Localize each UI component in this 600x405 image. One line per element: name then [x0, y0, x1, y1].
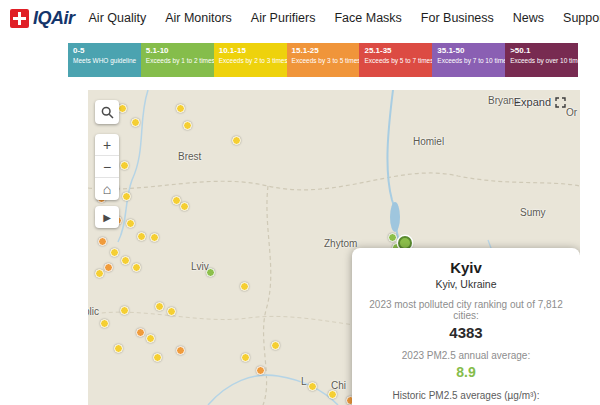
map-marker[interactable]	[98, 237, 107, 246]
average-label: 2023 PM2.5 annual average:	[360, 350, 572, 361]
legend-description: Exceeds by 1 to 2 times	[146, 57, 209, 64]
legend-description: Meets WHO guideline	[73, 57, 136, 64]
city-info-card: Kyiv Kyiv, Ukraine 2023 most polluted ci…	[352, 248, 580, 405]
nav-item-air-purifiers[interactable]: Air Purifiers	[251, 11, 316, 25]
legend-segment: 35.1-50Exceeds by 7 to 10 times	[432, 43, 505, 77]
map-marker[interactable]	[328, 390, 337, 399]
legend-segment: 5.1-10Exceeds by 1 to 2 times	[141, 43, 214, 77]
nav-item-face-masks[interactable]: Face Masks	[334, 11, 401, 25]
legend-segment: 10.1-15Exceeds by 2 to 3 times	[214, 43, 287, 77]
map-expand-button[interactable]: Expand	[514, 96, 566, 108]
legend-description: Exceeds by 5 to 7 times	[364, 57, 427, 64]
nav-item-air-monitors[interactable]: Air Monitors	[165, 11, 232, 25]
map-search-button[interactable]	[95, 100, 119, 124]
map-marker[interactable]	[150, 233, 159, 242]
map-marker[interactable]	[110, 248, 119, 257]
top-nav-bar: IQAir Air QualityAir MonitorsAir Purifie…	[0, 0, 600, 36]
map-marker[interactable]	[176, 346, 185, 355]
ranking-label: 2023 most polluted city ranking out of 7…	[360, 299, 572, 321]
city-name: Kyiv	[360, 259, 572, 276]
legend-range: 5.1-10	[146, 46, 209, 55]
map-marker[interactable]	[232, 136, 241, 145]
map-marker[interactable]	[120, 306, 129, 315]
map-marker[interactable]	[131, 118, 140, 127]
map-marker[interactable]	[114, 344, 123, 353]
ranking-value: 4383	[360, 324, 572, 341]
legend-description: Exceeds by 2 to 3 times	[219, 57, 282, 64]
iqair-logo-text: IQAir	[33, 8, 75, 29]
map-marker[interactable]	[256, 366, 265, 375]
map-marker[interactable]	[183, 121, 192, 130]
nav-item-air-quality[interactable]: Air Quality	[89, 11, 147, 25]
historic-label: Historic PM2.5 averages (µg/m³):	[360, 390, 572, 401]
legend-segment: 0-5Meets WHO guideline	[68, 43, 141, 77]
who-exceedance-legend: 0-5Meets WHO guideline5.1-10Exceeds by 1…	[68, 43, 578, 77]
map-marker[interactable]	[100, 319, 109, 328]
legend-description: Exceeds by over 10 times	[510, 57, 573, 64]
map-place-label: L	[301, 376, 307, 387]
map-marker[interactable]	[120, 161, 129, 170]
nav-item-support[interactable]: Support	[563, 11, 600, 25]
search-icon	[101, 106, 114, 119]
map-marker[interactable]	[155, 302, 164, 311]
legend-segment: >50.1Exceeds by over 10 times	[505, 43, 578, 77]
map-marker[interactable]	[167, 307, 176, 316]
legend-range: 15.1-25	[292, 46, 355, 55]
expand-icon	[555, 97, 566, 108]
map-marker[interactable]	[388, 233, 397, 242]
map-place-label: Sumy	[520, 207, 546, 218]
map-marker[interactable]	[180, 202, 189, 211]
map-place-label: Brest	[178, 151, 201, 162]
home-button[interactable]: ⌂	[95, 178, 119, 200]
map-marker[interactable]	[95, 269, 104, 278]
map-place-label: Or	[566, 107, 577, 118]
map-marker[interactable]	[271, 341, 280, 350]
map-marker[interactable]	[241, 353, 250, 362]
legend-range: 10.1-15	[219, 46, 282, 55]
map-marker[interactable]	[308, 382, 317, 391]
expand-label: Expand	[514, 96, 551, 108]
main-nav: Air QualityAir MonitorsAir PurifiersFace…	[89, 11, 600, 25]
map-marker[interactable]	[136, 328, 145, 337]
nav-item-for-business[interactable]: For Business	[421, 11, 494, 25]
iqair-logo[interactable]: IQAir	[10, 8, 75, 29]
map-place-label: blic	[88, 306, 99, 317]
map-zoom-controls: + − ⌂	[95, 134, 119, 200]
zoom-in-button[interactable]: +	[95, 134, 119, 156]
legend-range: >50.1	[510, 46, 573, 55]
map-place-label: Zhytom	[324, 238, 357, 249]
legend-range: 25.1-35	[364, 46, 427, 55]
map-marker[interactable]	[206, 268, 215, 277]
map-marker[interactable]	[146, 334, 155, 343]
legend-segment: 25.1-35Exceeds by 5 to 7 times	[359, 43, 432, 77]
map-marker[interactable]	[126, 219, 135, 228]
average-value: 8.9	[360, 364, 572, 380]
nav-item-news[interactable]: News	[513, 11, 544, 25]
toolbar-expand-arrow-button[interactable]: ▶	[95, 206, 119, 228]
map-marker[interactable]	[137, 232, 146, 241]
map-marker[interactable]	[176, 104, 185, 113]
map-marker[interactable]	[153, 353, 162, 362]
legend-description: Exceeds by 3 to 5 times	[292, 57, 355, 64]
map-marker[interactable]	[121, 256, 130, 265]
legend-segment: 15.1-25Exceeds by 3 to 5 times	[287, 43, 360, 77]
map-marker[interactable]	[122, 192, 131, 201]
legend-range: 35.1-50	[437, 46, 500, 55]
map-marker[interactable]	[132, 263, 141, 272]
city-region: Kyiv, Ukraine	[360, 278, 572, 290]
air-quality-map[interactable]: awBrestHomielBryansOrSumyZhytomLvivblicL…	[88, 90, 580, 405]
iqair-flag-icon	[10, 9, 29, 28]
map-marker[interactable]	[240, 282, 249, 291]
zoom-out-button[interactable]: −	[95, 156, 119, 178]
legend-range: 0-5	[73, 46, 136, 55]
map-place-label: Homiel	[413, 136, 444, 147]
legend-description: Exceeds by 7 to 10 times	[437, 57, 500, 64]
map-marker[interactable]	[118, 104, 127, 113]
map-marker[interactable]	[104, 263, 113, 272]
